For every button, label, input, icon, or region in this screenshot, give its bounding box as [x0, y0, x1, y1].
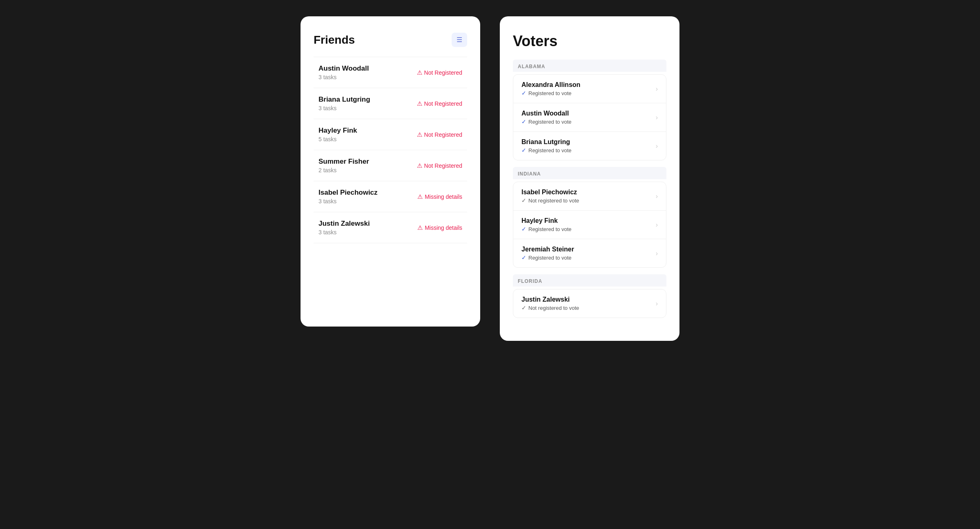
voter-info: Jeremiah Steiner ✓ Registered to vote	[521, 246, 574, 261]
status-label: Missing details	[425, 224, 462, 231]
state-label: ALABAMA	[513, 60, 666, 72]
chevron-right-icon: ›	[656, 221, 658, 229]
state-label: INDIANA	[513, 167, 666, 179]
friend-name: Hayley Fink	[318, 127, 357, 135]
friend-list-item[interactable]: Briana Lutgring 3 tasks ⚠ Not Registered	[314, 88, 467, 119]
voter-items-group: Isabel Piechowicz ✓ Not registered to vo…	[513, 182, 666, 268]
voters-sections: ALABAMA Alexandra Allinson ✓ Registered …	[513, 60, 666, 318]
voter-name: Briana Lutgring	[521, 138, 572, 146]
friend-list-item[interactable]: Austin Woodall 3 tasks ⚠ Not Registered	[314, 57, 467, 88]
chevron-right-icon: ›	[656, 250, 658, 257]
friend-info: Isabel Piechowicz 3 tasks	[318, 189, 378, 204]
state-section: ALABAMA Alexandra Allinson ✓ Registered …	[513, 60, 666, 160]
registered-icon: ✓	[521, 226, 526, 232]
friend-status: ⚠ Not Registered	[417, 162, 462, 169]
chevron-right-icon: ›	[656, 300, 658, 307]
friend-tasks: 2 tasks	[318, 167, 369, 173]
status-label: Not Registered	[424, 162, 462, 169]
friend-info: Hayley Fink 5 tasks	[318, 127, 357, 142]
friend-list-item[interactable]: Summer Fisher 2 tasks ⚠ Not Registered	[314, 150, 467, 181]
friend-status: ⚠ Missing details	[417, 193, 462, 200]
voter-item[interactable]: Briana Lutgring ✓ Registered to vote ›	[513, 132, 666, 160]
friend-name: Summer Fisher	[318, 158, 369, 166]
voter-reg-status: ✓ Registered to vote	[521, 147, 572, 153]
friend-name: Austin Woodall	[318, 64, 369, 73]
registered-icon: ✓	[521, 254, 526, 261]
status-label: Not Registered	[424, 100, 462, 107]
voter-item[interactable]: Alexandra Allinson ✓ Registered to vote …	[513, 75, 666, 103]
status-warning-icon: ⚠	[417, 69, 422, 76]
friends-card: Friends ☰ Austin Woodall 3 tasks ⚠ Not R…	[301, 16, 480, 327]
chevron-right-icon: ›	[656, 114, 658, 121]
reg-status-label: Not registered to vote	[528, 305, 579, 311]
friend-info: Summer Fisher 2 tasks	[318, 158, 369, 173]
voters-title: Voters	[513, 33, 666, 50]
status-warning-icon: ⚠	[417, 193, 423, 200]
voter-item[interactable]: Isabel Piechowicz ✓ Not registered to vo…	[513, 182, 666, 211]
reg-status-label: Registered to vote	[528, 147, 572, 153]
chevron-right-icon: ›	[656, 85, 658, 93]
filter-button[interactable]: ☰	[452, 33, 467, 47]
friend-tasks: 3 tasks	[318, 229, 370, 236]
registered-icon: ✓	[521, 147, 526, 153]
state-label: FLORIDA	[513, 274, 666, 287]
voter-item[interactable]: Austin Woodall ✓ Registered to vote ›	[513, 103, 666, 132]
status-warning-icon: ⚠	[417, 162, 422, 169]
friend-tasks: 3 tasks	[318, 74, 369, 80]
status-warning-icon: ⚠	[417, 224, 423, 231]
friend-list-item[interactable]: Hayley Fink 5 tasks ⚠ Not Registered	[314, 119, 467, 150]
friend-info: Briana Lutgring 3 tasks	[318, 96, 370, 111]
reg-status-label: Registered to vote	[528, 226, 572, 232]
state-section: FLORIDA Justin Zalewski ✓ Not registered…	[513, 274, 666, 318]
status-label: Missing details	[425, 193, 462, 200]
registered-icon: ✓	[521, 118, 526, 125]
status-label: Not Registered	[424, 69, 462, 76]
not-registered-icon: ✓	[521, 305, 526, 311]
chevron-right-icon: ›	[656, 193, 658, 200]
friend-status: ⚠ Missing details	[417, 224, 462, 231]
voter-name: Jeremiah Steiner	[521, 246, 574, 253]
filter-icon: ☰	[457, 36, 462, 44]
friends-list: Austin Woodall 3 tasks ⚠ Not Registered …	[314, 57, 467, 243]
voter-items-group: Alexandra Allinson ✓ Registered to vote …	[513, 74, 666, 160]
voter-info: Hayley Fink ✓ Registered to vote	[521, 217, 572, 232]
voter-reg-status: ✓ Not registered to vote	[521, 197, 579, 204]
registered-icon: ✓	[521, 90, 526, 96]
friends-title: Friends	[314, 33, 355, 47]
voter-item[interactable]: Jeremiah Steiner ✓ Registered to vote ›	[513, 239, 666, 267]
reg-status-label: Registered to vote	[528, 255, 572, 261]
status-warning-icon: ⚠	[417, 131, 422, 138]
reg-status-label: Registered to vote	[528, 90, 572, 96]
friend-name: Justin Zalewski	[318, 220, 370, 228]
friend-name: Isabel Piechowicz	[318, 189, 378, 197]
voter-name: Austin Woodall	[521, 110, 572, 117]
chevron-right-icon: ›	[656, 142, 658, 150]
not-registered-icon: ✓	[521, 197, 526, 204]
voter-reg-status: ✓ Registered to vote	[521, 254, 574, 261]
voter-item[interactable]: Justin Zalewski ✓ Not registered to vote…	[513, 289, 666, 318]
voter-item[interactable]: Hayley Fink ✓ Registered to vote ›	[513, 211, 666, 239]
voter-items-group: Justin Zalewski ✓ Not registered to vote…	[513, 289, 666, 318]
friend-name: Briana Lutgring	[318, 96, 370, 104]
friend-info: Justin Zalewski 3 tasks	[318, 220, 370, 236]
voter-info: Alexandra Allinson ✓ Registered to vote	[521, 81, 580, 96]
friend-info: Austin Woodall 3 tasks	[318, 64, 369, 80]
friend-tasks: 3 tasks	[318, 105, 370, 111]
friend-list-item[interactable]: Justin Zalewski 3 tasks ⚠ Missing detail…	[314, 212, 467, 243]
friend-status: ⚠ Not Registered	[417, 69, 462, 76]
friend-status: ⚠ Not Registered	[417, 100, 462, 107]
voter-name: Justin Zalewski	[521, 296, 579, 303]
voter-name: Alexandra Allinson	[521, 81, 580, 89]
status-warning-icon: ⚠	[417, 100, 422, 107]
reg-status-label: Registered to vote	[528, 119, 572, 125]
voter-reg-status: ✓ Not registered to vote	[521, 305, 579, 311]
status-label: Not Registered	[424, 131, 462, 138]
friend-tasks: 5 tasks	[318, 136, 357, 142]
friend-status: ⚠ Not Registered	[417, 131, 462, 138]
voters-card: Voters ALABAMA Alexandra Allinson ✓ Regi…	[500, 16, 679, 341]
voter-info: Briana Lutgring ✓ Registered to vote	[521, 138, 572, 153]
reg-status-label: Not registered to vote	[528, 198, 579, 204]
voter-info: Isabel Piechowicz ✓ Not registered to vo…	[521, 189, 579, 204]
friend-list-item[interactable]: Isabel Piechowicz 3 tasks ⚠ Missing deta…	[314, 181, 467, 212]
voter-name: Hayley Fink	[521, 217, 572, 224]
